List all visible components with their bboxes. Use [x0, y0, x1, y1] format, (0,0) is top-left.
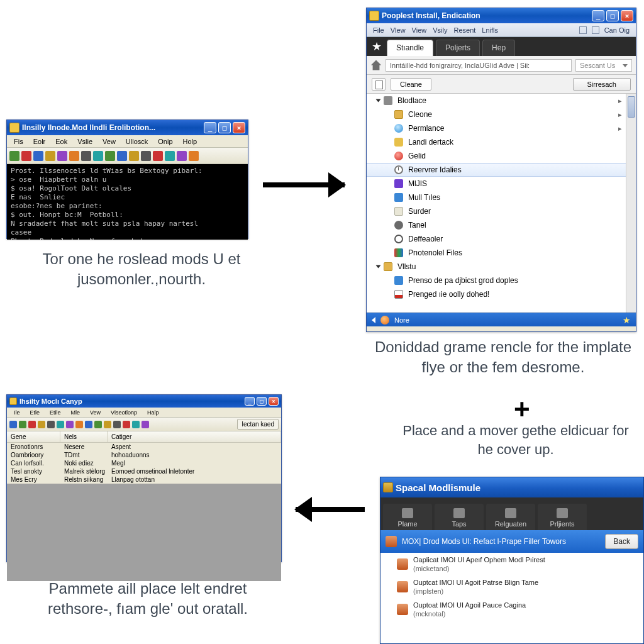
tool-icon[interactable] [85, 421, 92, 428]
table-row[interactable]: Tesl anoktyMalreik stèlorgEomoed omsetin… [7, 467, 281, 475]
address-text[interactable]: Inntáille-hdd fonigraircy, InclaUGIid Ad… [386, 59, 572, 72]
menu-item[interactable]: Halp [143, 408, 164, 417]
tool-icon[interactable] [33, 151, 43, 161]
tool-icon[interactable] [69, 151, 79, 161]
menu-item[interactable]: Ullosck [121, 136, 152, 147]
menu-item[interactable]: Onip [153, 136, 177, 147]
titlebar[interactable]: Spacal Modlismule [380, 477, 643, 497]
tree-node[interactable]: Landi dertack [367, 135, 636, 149]
disclosure-icon[interactable] [376, 265, 381, 269]
maximize-button[interactable]: □ [606, 10, 619, 21]
tool-icon[interactable] [189, 151, 199, 161]
menu-item[interactable]: Fis [9, 136, 28, 147]
back-button[interactable]: Back [605, 534, 638, 549]
tree-node[interactable]: Gelid [367, 149, 636, 163]
combo-scope[interactable]: Sescant Us [575, 59, 632, 72]
star-icon[interactable]: ★ [369, 40, 384, 53]
tab-hep[interactable]: Hep [482, 40, 515, 56]
tool-icon[interactable] [93, 151, 103, 161]
tree-node[interactable]: MlJIS [367, 177, 636, 191]
tool-icon[interactable] [45, 151, 55, 161]
selected-row[interactable]: MOX| Drod Mods Ul: Refact l-Prape Filler… [380, 530, 643, 553]
tree-node[interactable]: Deffeaoler [367, 232, 636, 246]
disclosure-icon[interactable] [376, 99, 381, 103]
tree-node[interactable]: Reervrer Idalies [367, 163, 636, 177]
menu-item[interactable]: Etile [45, 408, 65, 417]
tool-icon[interactable] [123, 421, 130, 428]
scroll-thumb[interactable] [628, 96, 635, 118]
tool-icon[interactable] [57, 151, 67, 161]
tree-node[interactable]: Tanel [367, 218, 636, 232]
close-button[interactable]: × [269, 397, 279, 406]
minimize-button[interactable]: _ [592, 10, 604, 21]
menu-item[interactable]: View [412, 26, 427, 34]
menu-item[interactable]: File [373, 26, 384, 34]
tool-icon[interactable] [47, 421, 55, 428]
titlebar[interactable]: Ilnsilly Ilnode.Mod lIndli Erolibotion..… [7, 120, 248, 135]
tool-icon[interactable] [66, 421, 74, 428]
tool-icon[interactable] [21, 151, 31, 161]
list-item[interactable]: Ouptoat IMOI UI Agoil Pauce Cagina(mckno… [380, 598, 643, 621]
menu-item[interactable]: Vew [98, 136, 120, 147]
tool-icon[interactable] [129, 151, 139, 161]
minimize-button[interactable]: _ [245, 397, 255, 406]
tree-node[interactable]: Mull Tıles [367, 191, 636, 204]
tool-icon[interactable] [57, 421, 64, 428]
tree-node[interactable]: Blodlace▸ [367, 94, 636, 108]
tool-icon[interactable] [105, 151, 115, 161]
titlebar[interactable]: Pooplest Install, Endication _ □ × [367, 8, 636, 23]
titlebar[interactable]: Ihsilty Moclı Canyp _ □ × [7, 395, 281, 408]
menu-item[interactable]: Ile [9, 408, 25, 417]
tab-standle[interactable]: Stıandle [387, 40, 433, 56]
cleane-button[interactable]: Cleane [391, 78, 431, 91]
menu-item[interactable]: Resent [453, 26, 475, 34]
tree-node[interactable]: Cleone▸ [367, 108, 636, 121]
table-row[interactable]: Mes EcryRelstn siikangLlanpag otottan [7, 475, 281, 484]
tool-icon[interactable] [81, 151, 91, 161]
tree-node[interactable]: Prenso de pa djbicst grod doples [367, 274, 636, 287]
menu-item[interactable]: Viseotlonp [106, 408, 142, 417]
tool-icon[interactable] [165, 151, 175, 161]
table-row[interactable]: OambriooryTDmthohoaduonns [7, 451, 281, 459]
tool-tab[interactable]: Prljients [538, 504, 587, 530]
tree-node[interactable]: Vllstu [367, 260, 636, 274]
tool-icon[interactable] [132, 421, 140, 428]
tool-tab[interactable]: Plame [383, 504, 432, 530]
maximize-button[interactable]: □ [257, 397, 267, 406]
maximize-button[interactable]: □ [218, 122, 231, 133]
close-button[interactable]: × [233, 122, 245, 133]
console[interactable]: Prost. Ilssenocels ld tWias bs Bextogy p… [7, 164, 248, 240]
menu-item[interactable]: Etle [26, 408, 45, 417]
col-catiger[interactable]: Catiger [108, 431, 281, 442]
menu-item[interactable]: Vew [86, 408, 105, 417]
tab-poljerts[interactable]: Poljerts [436, 40, 480, 56]
tool-icon[interactable] [75, 421, 83, 428]
menu-item[interactable]: Eolr [29, 136, 50, 147]
iectan-button[interactable]: Iectan kaed [237, 419, 279, 430]
tool-icon[interactable] [177, 151, 187, 161]
tool-icon[interactable] [113, 421, 121, 428]
tool-icon[interactable] [94, 421, 102, 428]
scrollbar[interactable] [626, 94, 636, 313]
tool-icon[interactable] [104, 421, 111, 428]
star-icon[interactable]: ★ [623, 315, 631, 325]
tool-icon[interactable] [28, 421, 36, 428]
list-item[interactable]: Oaplicat IMOI UI Apeıf Ophem Modl Pıires… [380, 553, 643, 575]
tool-icon[interactable] [141, 151, 151, 161]
minimize-button[interactable]: _ [204, 122, 216, 133]
menu-item[interactable]: Vsily [433, 26, 447, 34]
tree-node[interactable]: Permlance▸ [367, 121, 636, 135]
tree-node[interactable]: Prenged ıie oolly dohed! [367, 287, 636, 301]
tool-tab[interactable]: Relguaten [486, 504, 535, 530]
footer[interactable]: Nore ★ [367, 313, 636, 326]
menu-item[interactable]: Vlew [391, 26, 406, 34]
col-nels[interactable]: Nels [60, 431, 108, 442]
tool-icon[interactable] [153, 151, 163, 161]
menu-item[interactable]: Mle [67, 408, 85, 417]
menu-item[interactable]: Holp [179, 136, 202, 147]
table-row[interactable]: Can lorfsoll.Noki ediezMegl [7, 459, 281, 467]
box-icon[interactable] [592, 26, 599, 34]
menu-item[interactable]: Eok [51, 136, 72, 147]
menu-item[interactable]: Vslie [73, 136, 97, 147]
prev-icon[interactable] [372, 317, 375, 323]
